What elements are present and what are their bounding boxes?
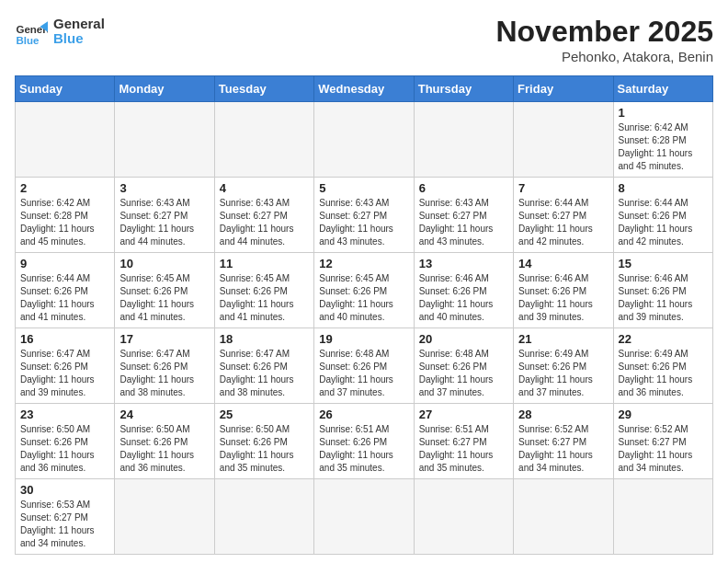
day-number: 14 (518, 257, 608, 270)
cell-daylight-info: Sunrise: 6:45 AMSunset: 6:26 PMDaylight:… (220, 272, 309, 324)
calendar-cell: 25Sunrise: 6:50 AMSunset: 6:26 PMDayligh… (214, 404, 313, 479)
day-number: 9 (20, 257, 109, 270)
calendar-cell: 9Sunrise: 6:44 AMSunset: 6:26 PMDaylight… (16, 253, 115, 328)
calendar-cell: 4Sunrise: 6:43 AMSunset: 6:27 PMDaylight… (214, 178, 313, 253)
weekday-header-tuesday: Tuesday (214, 76, 313, 102)
calendar-cell: 23Sunrise: 6:50 AMSunset: 6:26 PMDayligh… (16, 404, 115, 479)
cell-daylight-info: Sunrise: 6:43 AMSunset: 6:27 PMDaylight:… (419, 197, 508, 248)
cell-daylight-info: Sunrise: 6:52 AMSunset: 6:27 PMDaylight:… (619, 423, 708, 475)
cell-daylight-info: Sunrise: 6:46 AMSunset: 6:26 PMDaylight:… (419, 272, 508, 324)
cell-daylight-info: Sunrise: 6:53 AMSunset: 6:27 PMDaylight:… (20, 499, 109, 550)
calendar-cell: 7Sunrise: 6:44 AMSunset: 6:27 PMDaylight… (514, 178, 613, 253)
day-number: 11 (220, 257, 309, 270)
cell-daylight-info: Sunrise: 6:43 AMSunset: 6:27 PMDaylight:… (220, 197, 309, 248)
calendar-cell (613, 479, 712, 555)
calendar-cell: 14Sunrise: 6:46 AMSunset: 6:26 PMDayligh… (514, 253, 613, 328)
weekday-header-saturday: Saturday (613, 76, 712, 102)
calendar-cell: 5Sunrise: 6:43 AMSunset: 6:27 PMDaylight… (314, 178, 414, 253)
day-number: 1 (619, 106, 708, 120)
day-number: 25 (220, 408, 309, 421)
calendar-table: SundayMondayTuesdayWednesdayThursdayFrid… (15, 75, 713, 555)
calendar-cell: 29Sunrise: 6:52 AMSunset: 6:27 PMDayligh… (613, 404, 712, 479)
cell-daylight-info: Sunrise: 6:51 AMSunset: 6:26 PMDaylight:… (319, 423, 408, 475)
logo: General Blue General Blue (15, 15, 105, 48)
calendar-cell (414, 479, 513, 555)
logo-general-text: General (53, 17, 105, 32)
calendar-cell: 1Sunrise: 6:42 AMSunset: 6:28 PMDaylight… (613, 102, 712, 178)
cell-daylight-info: Sunrise: 6:50 AMSunset: 6:26 PMDaylight:… (220, 423, 309, 475)
day-number: 12 (319, 257, 408, 270)
calendar-week-6: 30Sunrise: 6:53 AMSunset: 6:27 PMDayligh… (16, 479, 713, 555)
day-number: 15 (619, 257, 708, 270)
day-number: 13 (419, 257, 508, 270)
day-number: 17 (119, 332, 209, 346)
day-number: 30 (20, 483, 109, 497)
calendar-cell: 26Sunrise: 6:51 AMSunset: 6:26 PMDayligh… (314, 404, 414, 479)
cell-daylight-info: Sunrise: 6:45 AMSunset: 6:26 PMDaylight:… (319, 272, 408, 324)
cell-daylight-info: Sunrise: 6:43 AMSunset: 6:27 PMDaylight:… (119, 197, 209, 248)
month-year-title: November 2025 (495, 15, 713, 49)
calendar-cell (314, 479, 414, 555)
calendar-cell (514, 479, 613, 555)
day-number: 6 (419, 181, 508, 195)
cell-daylight-info: Sunrise: 6:52 AMSunset: 6:27 PMDaylight:… (518, 423, 608, 475)
day-number: 16 (20, 332, 109, 346)
calendar-cell: 8Sunrise: 6:44 AMSunset: 6:26 PMDaylight… (613, 178, 712, 253)
calendar-cell: 19Sunrise: 6:48 AMSunset: 6:26 PMDayligh… (314, 328, 414, 404)
day-number: 18 (220, 332, 309, 346)
cell-daylight-info: Sunrise: 6:45 AMSunset: 6:26 PMDaylight:… (119, 272, 209, 324)
calendar-cell: 16Sunrise: 6:47 AMSunset: 6:26 PMDayligh… (16, 328, 115, 404)
calendar-cell: 13Sunrise: 6:46 AMSunset: 6:26 PMDayligh… (414, 253, 513, 328)
day-number: 24 (119, 408, 209, 421)
cell-daylight-info: Sunrise: 6:49 AMSunset: 6:26 PMDaylight:… (619, 348, 708, 399)
day-number: 20 (419, 332, 508, 346)
cell-daylight-info: Sunrise: 6:50 AMSunset: 6:26 PMDaylight:… (119, 423, 209, 475)
weekday-header-wednesday: Wednesday (314, 76, 414, 102)
calendar-cell (115, 479, 214, 555)
logo-blue-text: Blue (53, 31, 105, 47)
cell-daylight-info: Sunrise: 6:46 AMSunset: 6:26 PMDaylight:… (518, 272, 608, 324)
calendar-cell: 11Sunrise: 6:45 AMSunset: 6:26 PMDayligh… (214, 253, 313, 328)
day-number: 29 (619, 408, 708, 421)
day-number: 26 (319, 408, 408, 421)
cell-daylight-info: Sunrise: 6:47 AMSunset: 6:26 PMDaylight:… (119, 348, 209, 399)
day-number: 19 (319, 332, 408, 346)
calendar-cell: 24Sunrise: 6:50 AMSunset: 6:26 PMDayligh… (115, 404, 214, 479)
cell-daylight-info: Sunrise: 6:42 AMSunset: 6:28 PMDaylight:… (619, 121, 708, 173)
calendar-cell: 15Sunrise: 6:46 AMSunset: 6:26 PMDayligh… (613, 253, 712, 328)
calendar-week-5: 23Sunrise: 6:50 AMSunset: 6:26 PMDayligh… (16, 404, 713, 479)
calendar-week-4: 16Sunrise: 6:47 AMSunset: 6:26 PMDayligh… (16, 328, 713, 404)
calendar-cell: 3Sunrise: 6:43 AMSunset: 6:27 PMDaylight… (115, 178, 214, 253)
title-block: November 2025 Pehonko, Atakora, Benin (495, 15, 713, 64)
calendar-cell: 10Sunrise: 6:45 AMSunset: 6:26 PMDayligh… (115, 253, 214, 328)
day-number: 7 (518, 181, 608, 195)
calendar-cell (214, 102, 313, 178)
svg-text:Blue: Blue (16, 35, 40, 46)
calendar-cell: 18Sunrise: 6:47 AMSunset: 6:26 PMDayligh… (214, 328, 313, 404)
cell-daylight-info: Sunrise: 6:44 AMSunset: 6:26 PMDaylight:… (20, 272, 109, 324)
calendar-cell (314, 102, 414, 178)
day-number: 21 (518, 332, 608, 346)
calendar-cell: 27Sunrise: 6:51 AMSunset: 6:27 PMDayligh… (414, 404, 513, 479)
day-number: 8 (619, 181, 708, 195)
cell-daylight-info: Sunrise: 6:48 AMSunset: 6:26 PMDaylight:… (319, 348, 408, 399)
cell-daylight-info: Sunrise: 6:43 AMSunset: 6:27 PMDaylight:… (319, 197, 408, 248)
calendar-cell: 12Sunrise: 6:45 AMSunset: 6:26 PMDayligh… (314, 253, 414, 328)
calendar-week-3: 9Sunrise: 6:44 AMSunset: 6:26 PMDaylight… (16, 253, 713, 328)
cell-daylight-info: Sunrise: 6:47 AMSunset: 6:26 PMDaylight:… (20, 348, 109, 399)
calendar-cell: 30Sunrise: 6:53 AMSunset: 6:27 PMDayligh… (16, 479, 115, 555)
calendar-cell: 28Sunrise: 6:52 AMSunset: 6:27 PMDayligh… (514, 404, 613, 479)
calendar-cell (16, 102, 115, 178)
cell-daylight-info: Sunrise: 6:46 AMSunset: 6:26 PMDaylight:… (619, 272, 708, 324)
calendar-cell (115, 102, 214, 178)
calendar-cell (514, 102, 613, 178)
day-number: 3 (119, 181, 209, 195)
weekday-header-friday: Friday (514, 76, 613, 102)
page-header: General Blue General Blue November 2025 … (15, 15, 713, 64)
calendar-cell: 17Sunrise: 6:47 AMSunset: 6:26 PMDayligh… (115, 328, 214, 404)
cell-daylight-info: Sunrise: 6:48 AMSunset: 6:26 PMDaylight:… (419, 348, 508, 399)
location-subtitle: Pehonko, Atakora, Benin (495, 49, 713, 64)
cell-daylight-info: Sunrise: 6:47 AMSunset: 6:26 PMDaylight:… (220, 348, 309, 399)
calendar-cell: 20Sunrise: 6:48 AMSunset: 6:26 PMDayligh… (414, 328, 513, 404)
calendar-cell: 22Sunrise: 6:49 AMSunset: 6:26 PMDayligh… (613, 328, 712, 404)
